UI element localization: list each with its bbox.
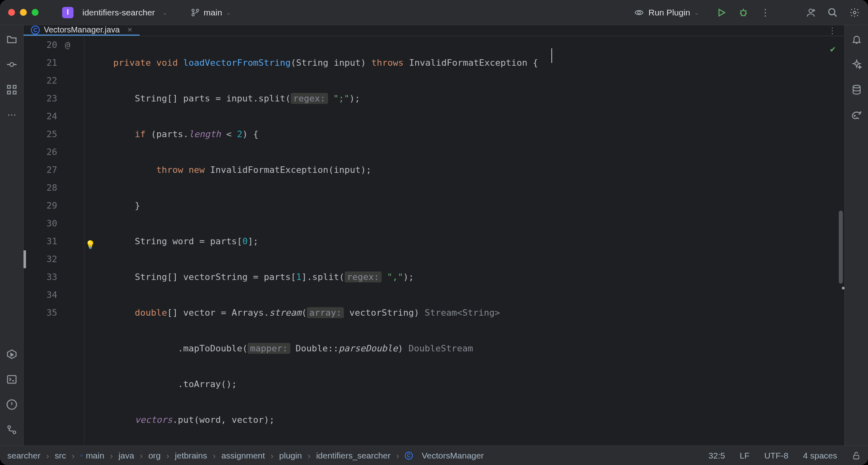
breadcrumb-item[interactable]: identifiers_searcher bbox=[316, 451, 391, 461]
line-number[interactable]: 28 bbox=[47, 183, 58, 193]
breadcrumb-item[interactable]: jetbrains bbox=[175, 451, 207, 461]
svg-point-6 bbox=[829, 9, 835, 15]
svg-point-16 bbox=[13, 431, 16, 434]
window-controls bbox=[8, 9, 39, 16]
svg-point-5 bbox=[809, 9, 813, 13]
right-tool-strip bbox=[844, 25, 868, 446]
svg-rect-10 bbox=[13, 86, 16, 88]
breadcrumb-item[interactable]: ▫main bbox=[80, 451, 104, 461]
breadcrumb-item[interactable]: src bbox=[55, 451, 66, 461]
commit-tool-icon[interactable] bbox=[6, 58, 18, 71]
svg-point-3 bbox=[638, 11, 641, 14]
ai-assistant-icon[interactable] bbox=[851, 58, 863, 71]
code-with-me-icon[interactable] bbox=[805, 7, 816, 18]
svg-point-7 bbox=[853, 11, 856, 14]
svg-point-17 bbox=[853, 85, 860, 88]
line-number[interactable]: 33 bbox=[47, 272, 58, 282]
breadcrumb-item[interactable]: C VectorsManager bbox=[405, 451, 484, 461]
breadcrumb-item[interactable]: plugin bbox=[279, 451, 302, 461]
class-file-icon: C bbox=[405, 452, 413, 460]
structure-tool-icon[interactable] bbox=[6, 84, 18, 96]
toolbar-actions: ⋮ bbox=[716, 7, 860, 18]
branch-name: main bbox=[204, 8, 222, 17]
line-number[interactable]: 22 bbox=[47, 75, 58, 86]
vcs-branch-widget[interactable]: main ⌄ bbox=[191, 8, 231, 17]
project-tool-icon[interactable] bbox=[6, 33, 18, 45]
svg-point-2 bbox=[192, 13, 194, 16]
chevron-down-icon: ⌄ bbox=[226, 9, 231, 16]
run-button[interactable] bbox=[716, 7, 727, 18]
line-number[interactable]: 25 bbox=[47, 129, 58, 139]
svg-rect-9 bbox=[7, 86, 10, 88]
minimize-window[interactable] bbox=[20, 9, 27, 16]
database-tool-icon[interactable] bbox=[851, 84, 863, 96]
class-file-icon: C bbox=[31, 26, 40, 34]
tab-filename: VectorsManager.java bbox=[44, 25, 120, 34]
project-badge[interactable]: I bbox=[62, 7, 73, 18]
line-number[interactable]: 32 bbox=[47, 254, 58, 264]
run-config-icon bbox=[634, 7, 644, 18]
services-tool-icon[interactable] bbox=[6, 348, 18, 360]
readonly-lock-icon[interactable] bbox=[852, 451, 861, 460]
breadcrumb-item[interactable]: assignment bbox=[221, 451, 265, 461]
line-number[interactable]: 23 bbox=[47, 93, 58, 103]
notifications-icon[interactable] bbox=[851, 33, 863, 45]
svg-rect-11 bbox=[7, 91, 10, 94]
line-number[interactable]: 30 bbox=[47, 218, 58, 228]
fullscreen-window[interactable] bbox=[32, 9, 39, 16]
line-number[interactable]: 24 bbox=[47, 111, 58, 121]
caret-position[interactable]: 32:5 bbox=[708, 451, 725, 461]
line-number[interactable]: 35 bbox=[47, 308, 58, 318]
left-tool-strip: ⋯ bbox=[0, 25, 24, 446]
settings-icon[interactable] bbox=[849, 7, 860, 18]
svg-rect-12 bbox=[13, 91, 16, 94]
debug-button[interactable] bbox=[738, 7, 749, 18]
svg-rect-13 bbox=[7, 376, 16, 383]
editor-content[interactable]: private void loadVectorFromString(String… bbox=[84, 36, 844, 446]
gradle-tool-icon[interactable] bbox=[851, 109, 863, 121]
module-icon: ▫ bbox=[80, 452, 83, 459]
search-everywhere-icon[interactable] bbox=[827, 7, 838, 18]
line-number[interactable]: 21 bbox=[47, 58, 58, 68]
chevron-down-icon: ⌄ bbox=[694, 9, 699, 16]
close-tab-icon[interactable]: ✕ bbox=[127, 26, 132, 34]
project-chevron-icon[interactable]: ⌄ bbox=[162, 9, 167, 16]
tab-more-icon[interactable]: ⋮ bbox=[828, 26, 836, 35]
svg-point-0 bbox=[192, 9, 194, 11]
override-marker-icon[interactable]: @ bbox=[65, 36, 70, 54]
line-number[interactable]: 31 bbox=[47, 236, 58, 246]
branch-icon bbox=[191, 8, 200, 17]
line-number[interactable]: 34 bbox=[47, 290, 58, 300]
status-bar: searcher› src› ▫main› java› org› jetbrai… bbox=[0, 446, 868, 465]
terminal-tool-icon[interactable] bbox=[6, 373, 18, 385]
indent-settings[interactable]: 4 spaces bbox=[803, 451, 837, 461]
svg-point-15 bbox=[8, 426, 11, 428]
line-number[interactable]: 20 bbox=[47, 40, 58, 50]
svg-point-8 bbox=[10, 62, 13, 66]
editor-tabs: C VectorsManager.java ✕ ⋮ bbox=[24, 25, 844, 36]
line-separator[interactable]: LF bbox=[740, 451, 750, 461]
problems-tool-icon[interactable] bbox=[6, 398, 18, 411]
more-tools-icon[interactable]: ⋯ bbox=[6, 109, 18, 121]
titlebar: I identifiers-searcher ⌄ main ⌄ Run Plug… bbox=[0, 0, 868, 25]
run-configuration[interactable]: Run Plugin ⌄ bbox=[634, 7, 699, 18]
line-number[interactable]: 29 bbox=[47, 200, 58, 211]
editor-tab-active[interactable]: C VectorsManager.java ✕ bbox=[24, 25, 140, 36]
run-config-label: Run Plugin bbox=[648, 8, 690, 17]
close-window[interactable] bbox=[8, 9, 15, 16]
line-number[interactable]: 26 bbox=[47, 147, 58, 157]
breadcrumb-item[interactable]: searcher bbox=[7, 451, 41, 461]
more-actions-icon[interactable]: ⋮ bbox=[760, 7, 771, 18]
svg-rect-19 bbox=[854, 455, 859, 459]
vcs-tool-icon[interactable] bbox=[6, 424, 18, 436]
editor-gutter[interactable]: 20@ 21 22 23 24 25 26 27 28 29 30 31💡 32… bbox=[24, 36, 84, 446]
svg-point-18 bbox=[854, 115, 855, 116]
line-number[interactable]: 27 bbox=[47, 165, 58, 175]
file-encoding[interactable]: UTF-8 bbox=[764, 451, 788, 461]
project-name[interactable]: identifiers-searcher bbox=[82, 8, 155, 17]
current-line-marker bbox=[24, 250, 26, 268]
editor[interactable]: ✔ 20@ 21 22 23 24 25 26 27 28 29 30 31💡 bbox=[24, 36, 844, 446]
svg-point-1 bbox=[196, 9, 199, 11]
breadcrumb-item[interactable]: java bbox=[119, 451, 134, 461]
breadcrumb-item[interactable]: org bbox=[148, 451, 160, 461]
